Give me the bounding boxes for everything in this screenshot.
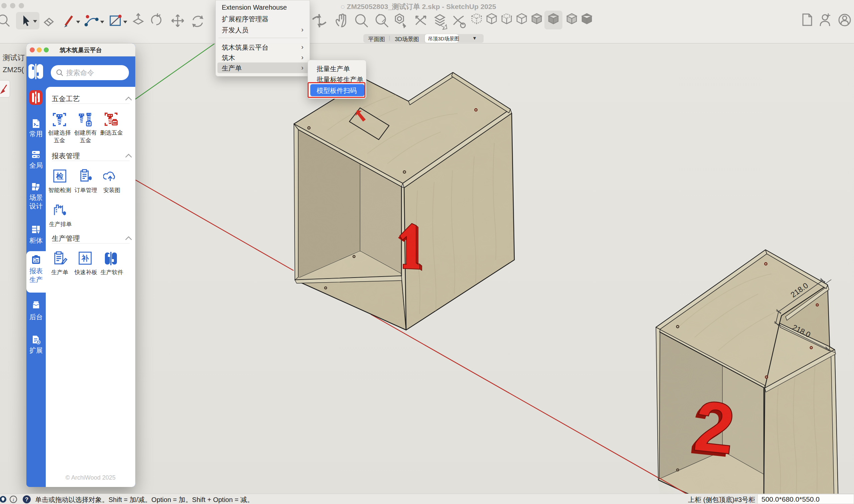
svg-text:检: 检 — [56, 172, 64, 180]
svg-text:?: ? — [25, 496, 29, 503]
svg-text:补: 补 — [81, 254, 89, 263]
svg-text:i: i — [13, 497, 14, 502]
